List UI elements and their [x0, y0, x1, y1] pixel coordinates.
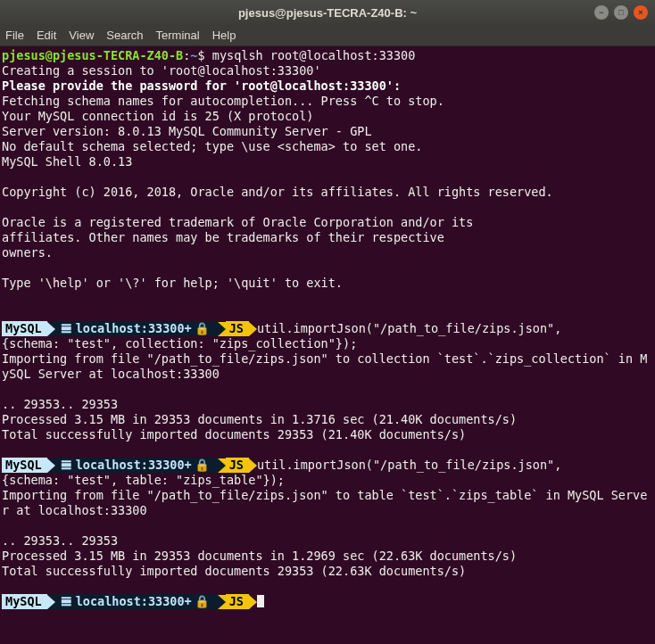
session-line: affiliates. Other names may be trademark… [2, 230, 444, 244]
seg-host: 𝌆localhost:33300+🔒 [55, 594, 218, 609]
database-icon: 𝌆 [59, 458, 76, 472]
menubar: File Edit View Search Terminal Help [0, 25, 655, 46]
session-line: Type '\help' or '\?' for help; '\quit' t… [2, 276, 343, 290]
close-icon[interactable]: × [634, 5, 648, 20]
password-prompt: Please provide the password for 'root@lo… [2, 78, 401, 93]
seg-host-text: localhost:33300+ [76, 458, 192, 472]
mysql-prompt: MySQL𝌆localhost:33300+🔒JS [2, 594, 257, 609]
chevron-right-icon [47, 322, 55, 336]
seg-host: 𝌆localhost:33300+🔒 [55, 458, 218, 473]
seg-js: JS [226, 321, 249, 336]
seg-mysql: MySQL [2, 458, 47, 473]
session-line: Creating a session to 'root@localhost:33… [2, 63, 321, 78]
chevron-right-icon [47, 458, 55, 473]
menu-edit[interactable]: Edit [37, 29, 56, 42]
seg-host-text: localhost:33300+ [76, 321, 192, 335]
session-line: Copyright (c) 2016, 2018, Oracle and/or … [2, 185, 553, 199]
session-line: owners. [2, 245, 53, 260]
maximize-icon[interactable]: □ [614, 5, 628, 20]
output-line: Total successfully imported documents 29… [2, 427, 466, 442]
mysql-prompt: MySQL𝌆localhost:33300+🔒JS [2, 458, 257, 473]
chevron-right-icon [249, 322, 257, 336]
seg-js: JS [226, 594, 249, 609]
window-controls: − □ × [594, 5, 648, 20]
window-titlebar: pjesus@pjesus-TECRA-Z40-B: ~ − □ × [0, 0, 655, 25]
js-cmd-line: util.importJson("/path_to_file/zips.json… [257, 458, 561, 472]
js-cmd-line: {schema: "test", table: "zips_table"}); [2, 473, 285, 487]
js-cmd-line: {schema: "test", collection: "zips_colle… [2, 336, 357, 351]
session-line: MySQL Shell 8.0.13 [2, 154, 132, 169]
seg-host-text: localhost:33300+ [76, 594, 192, 608]
seg-host: 𝌆localhost:33300+🔒 [55, 321, 218, 336]
menu-file[interactable]: File [5, 29, 24, 42]
output-line: Importing from file "/path_to_file/zips.… [2, 488, 647, 517]
session-line: Fetching schema names for autocompletion… [2, 94, 444, 108]
session-line: No default schema selected; type \use <s… [2, 139, 422, 153]
seg-mysql: MySQL [2, 594, 47, 609]
output-line: Processed 3.15 MB in 29353 documents in … [2, 412, 517, 426]
chevron-right-icon [218, 322, 226, 336]
database-icon: 𝌆 [59, 321, 76, 335]
output-line: .. 29353.. 29353 [2, 533, 118, 548]
output-line: Total successfully imported documents 29… [2, 564, 466, 578]
shell-cmd: mysqlsh root@localhost:33300 [212, 48, 416, 62]
menu-view[interactable]: View [69, 29, 94, 42]
menu-search[interactable]: Search [106, 29, 143, 42]
chevron-right-icon [249, 595, 257, 609]
output-line: Processed 3.15 MB in 29353 documents in … [2, 549, 517, 563]
chevron-right-icon [218, 458, 226, 473]
output-line: .. 29353.. 29353 [2, 397, 118, 411]
terminal-output[interactable]: pjesus@pjesus-TECRA-Z40-B:~$ mysqlsh roo… [0, 46, 655, 644]
session-line: Your MySQL connection id is 25 (X protoc… [2, 109, 314, 123]
menu-help[interactable]: Help [212, 29, 236, 42]
mysql-prompt: MySQL𝌆localhost:33300+🔒JS [2, 321, 257, 336]
chevron-right-icon [47, 595, 55, 609]
cursor [257, 595, 264, 607]
database-icon: 𝌆 [59, 594, 76, 608]
session-line: Server version: 8.0.13 MySQL Community S… [2, 124, 372, 138]
seg-js: JS [226, 458, 249, 473]
js-cmd-line: util.importJson("/path_to_file/zips.json… [257, 321, 561, 335]
session-line: Oracle is a registered trademark of Orac… [2, 215, 473, 229]
lock-icon: 🔒 [192, 458, 212, 472]
minimize-icon[interactable]: − [594, 5, 609, 20]
chevron-right-icon [249, 458, 257, 473]
lock-icon: 🔒 [192, 321, 212, 335]
shell-sym: $ [197, 48, 204, 62]
window-title: pjesus@pjesus-TECRA-Z40-B: ~ [7, 6, 648, 20]
chevron-right-icon [218, 595, 226, 609]
output-line: Importing from file "/path_to_file/zips.… [2, 351, 647, 381]
menu-terminal[interactable]: Terminal [156, 29, 200, 42]
lock-icon: 🔒 [192, 594, 212, 608]
shell-userhost: pjesus@pjesus-TECRA-Z40-B [2, 48, 183, 62]
seg-mysql: MySQL [2, 321, 47, 336]
